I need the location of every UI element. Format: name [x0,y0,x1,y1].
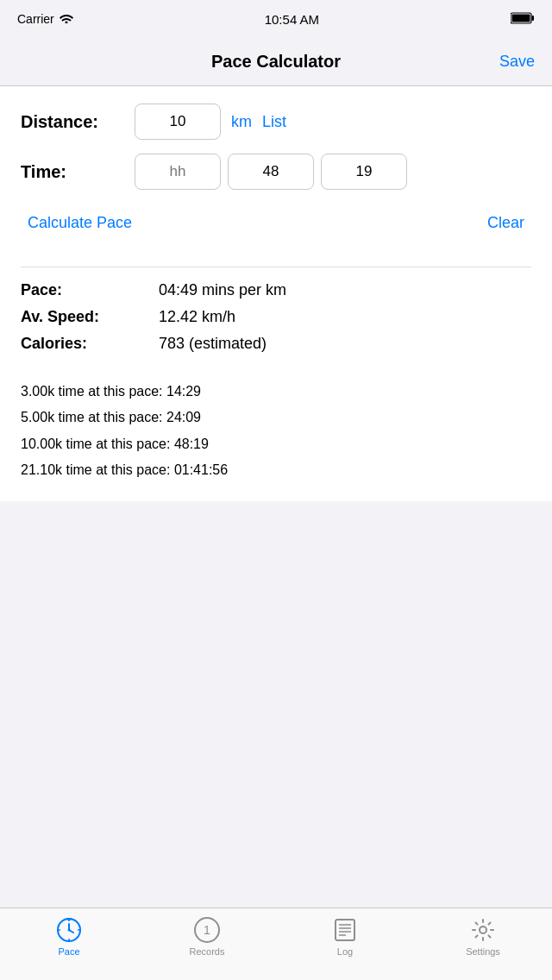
wifi-icon [60,12,73,26]
divider-1 [21,267,531,267]
svg-rect-1 [531,16,534,21]
svg-rect-11 [66,918,72,920]
distance-row: Distance: km List [21,104,531,140]
tab-bar: Pace 1 Records Log Settings [0,908,552,980]
pace-row: Pace: 04:49 mins per km [21,281,531,299]
tab-log-label: Log [337,946,353,957]
time-inputs [135,154,407,190]
calories-value: 783 (estimated) [159,335,267,353]
time-row: Time: [21,154,531,190]
time-ss-input[interactable] [321,154,407,190]
distance-input[interactable] [135,104,221,140]
main-content: Distance: km List Time: Calculate Pace C… [0,86,552,267]
tab-log[interactable]: Log [276,915,414,957]
nav-bar: Pace Calculator Save [0,38,552,86]
speed-label: Av. Speed: [21,308,159,326]
distance-label: Distance: [21,112,124,132]
tab-settings[interactable]: Settings [414,915,552,957]
tab-pace[interactable]: Pace [0,915,138,957]
clear-button[interactable]: Clear [480,210,531,236]
time-mm-input[interactable] [228,154,314,190]
svg-point-6 [68,929,71,932]
status-bar: Carrier 10:54 AM [0,0,552,38]
calculate-pace-button[interactable]: Calculate Pace [21,210,139,236]
page-title: Pace Calculator [211,52,341,72]
results-section: Pace: 04:49 mins per km Av. Speed: 12.42… [0,267,552,375]
speed-row: Av. Speed: 12.42 km/h [21,308,531,326]
carrier-label: Carrier [17,12,54,26]
pace-label: Pace: [21,281,159,299]
time-hh-input[interactable] [135,154,221,190]
speed-value: 12.42 km/h [159,308,235,326]
svg-point-17 [480,927,486,933]
status-left: Carrier [17,12,73,26]
tab-records[interactable]: 1 Records [138,915,276,957]
calories-label: Calories: [21,335,159,353]
tab-pace-label: Pace [58,946,79,957]
time-label: Time: [21,162,124,182]
prediction-3k: 3.00k time at this pace: 14:29 [21,382,531,401]
status-time: 10:54 AM [265,12,319,27]
pace-value: 04:49 mins per km [159,281,286,299]
log-icon [332,917,358,943]
calories-row: Calories: 783 (estimated) [21,335,531,353]
records-icon: 1 [194,917,220,943]
tab-records-label: Records [190,946,225,957]
settings-icon [470,917,496,943]
prediction-10k: 10.00k time at this pace: 48:19 [21,435,531,454]
tab-settings-label: Settings [466,946,500,957]
status-right [511,12,535,27]
svg-rect-2 [511,14,530,22]
action-buttons-row: Calculate Pace Clear [21,204,531,249]
save-button[interactable]: Save [499,53,535,71]
predictions-section: 3.00k time at this pace: 14:29 5.00k tim… [0,375,552,501]
list-button[interactable]: List [262,113,286,131]
prediction-5k: 5.00k time at this pace: 24:09 [21,408,531,427]
svg-rect-12 [336,920,354,940]
prediction-21k: 21.10k time at this pace: 01:41:56 [21,461,531,480]
battery-icon [511,12,535,27]
unit-km-button[interactable]: km [231,113,252,131]
pace-icon [56,917,82,943]
